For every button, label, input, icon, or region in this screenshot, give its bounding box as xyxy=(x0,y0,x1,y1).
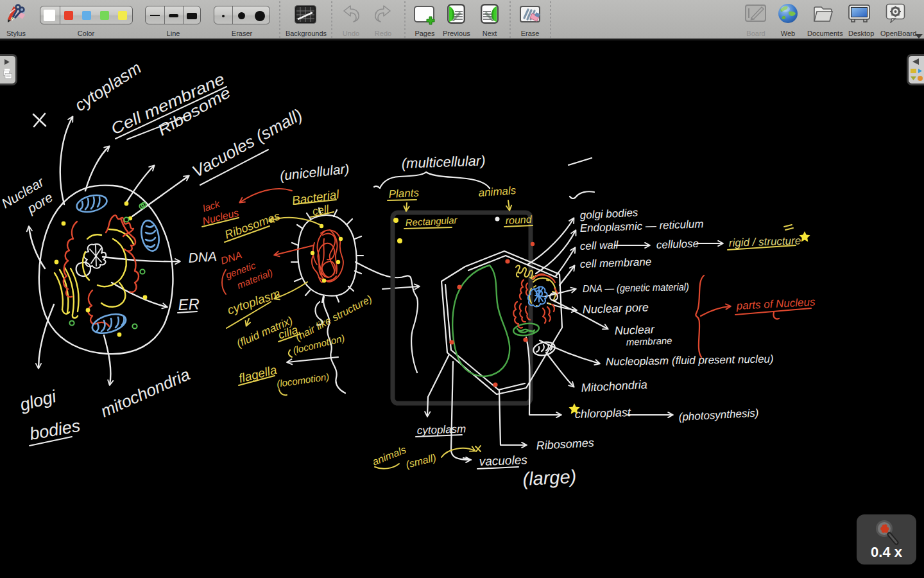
svg-text:Cell membrane: Cell membrane xyxy=(108,69,227,138)
svg-text:flagella: flagella xyxy=(237,363,278,385)
svg-text:cytoplasm: cytoplasm xyxy=(416,423,466,437)
svg-text:(small): (small) xyxy=(405,452,438,470)
svg-text:glogi: glogi xyxy=(18,387,59,415)
svg-text:Nuclear: Nuclear xyxy=(614,323,655,337)
svg-text:cytoplasm: cytoplasm xyxy=(71,58,145,115)
svg-text:Bacterial: Bacterial xyxy=(291,188,341,207)
svg-text:golgi bodies: golgi bodies xyxy=(579,206,638,222)
svg-text:Ribosomes: Ribosomes xyxy=(223,209,282,241)
svg-text:lack: lack xyxy=(201,198,222,214)
svg-text:genetic: genetic xyxy=(224,259,257,281)
svg-text:DNA — (genetic material): DNA — (genetic material) xyxy=(583,281,689,294)
svg-text:(large): (large) xyxy=(522,466,577,489)
svg-text:Ribosomes: Ribosomes xyxy=(536,436,594,452)
svg-text:chloroplast: chloroplast xyxy=(574,406,631,421)
svg-text:(unicellular): (unicellular) xyxy=(279,161,350,183)
svg-text:animals: animals xyxy=(371,444,407,467)
svg-text:(photosynthesis): (photosynthesis) xyxy=(678,407,759,423)
svg-text:rigid / structure: rigid / structure xyxy=(728,234,801,249)
svg-text:Nuclear: Nuclear xyxy=(0,174,47,211)
svg-text:DNA: DNA xyxy=(219,249,243,267)
svg-text:(locomotion): (locomotion) xyxy=(276,371,330,389)
svg-text:cilia: cilia xyxy=(277,323,300,342)
svg-text:(multicellular): (multicellular) xyxy=(401,152,486,171)
svg-text:cell membrane: cell membrane xyxy=(579,256,651,270)
svg-text:Ribosome: Ribosome xyxy=(155,83,234,139)
svg-text:cellulose: cellulose xyxy=(656,238,699,251)
svg-text:Nucleus: Nucleus xyxy=(201,207,240,226)
svg-text:DNA: DNA xyxy=(188,249,218,265)
svg-text:ER: ER xyxy=(178,295,200,313)
svg-text:cell: cell xyxy=(311,203,330,218)
svg-text:Plants: Plants xyxy=(388,187,420,200)
svg-text:material): material) xyxy=(235,267,274,291)
svg-text:Vacuoles (small): Vacuoles (small) xyxy=(189,105,305,181)
svg-text:bodies: bodies xyxy=(28,416,82,444)
svg-text:animals: animals xyxy=(478,184,517,199)
svg-text:round: round xyxy=(505,214,533,226)
svg-text:(locomotion): (locomotion) xyxy=(292,332,346,355)
svg-text:Rectangular: Rectangular xyxy=(405,215,458,228)
svg-text:Endoplasmic — reticulum: Endoplasmic — reticulum xyxy=(579,218,703,234)
svg-text:cell wall: cell wall xyxy=(579,239,619,252)
svg-text:(fluid matrix): (fluid matrix) xyxy=(235,314,295,349)
svg-text:(hair like structure): (hair like structure) xyxy=(293,293,373,342)
svg-text:Mitochondria: Mitochondria xyxy=(581,378,647,394)
svg-text:Nucleoplasm (fluid present nuc: Nucleoplasm (fluid present nucleu) xyxy=(606,353,774,368)
svg-text:membrane: membrane xyxy=(626,335,672,347)
svg-text:cytoplasm: cytoplasm xyxy=(225,286,282,317)
svg-text:vacuoles: vacuoles xyxy=(479,453,527,468)
svg-text:parts of Nucleus: parts of Nucleus xyxy=(735,296,816,312)
svg-text:pore: pore xyxy=(24,189,55,216)
svg-text:mitochondria: mitochondria xyxy=(98,365,193,421)
svg-text:Nuclear pore: Nuclear pore xyxy=(582,301,649,316)
